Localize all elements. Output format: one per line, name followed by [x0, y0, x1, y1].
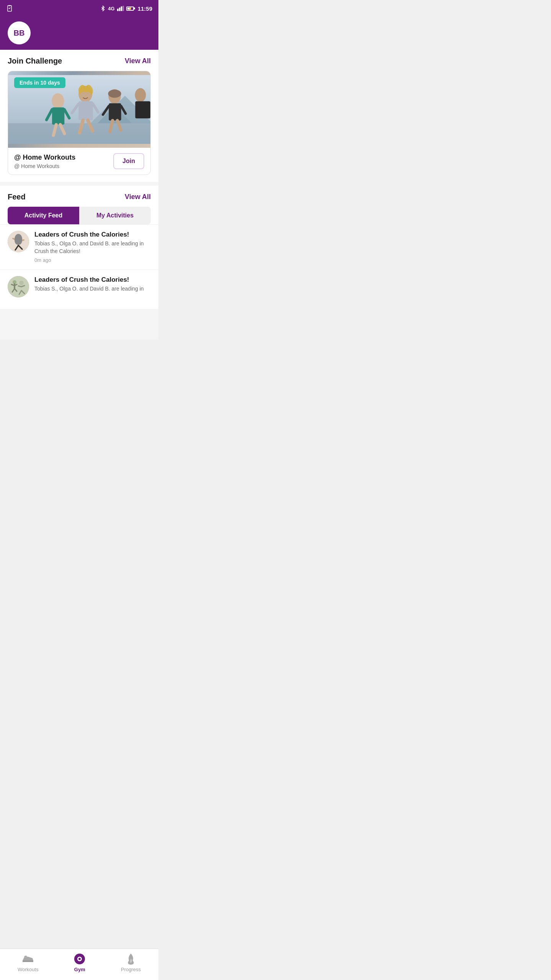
join-challenge-section: Join Challenge View All: [0, 50, 158, 182]
feed-item: Leaders of Crush the Calories! Tobias S.…: [0, 224, 158, 270]
feed-title: Feed: [8, 193, 26, 201]
signal-indicator: 4G: [108, 6, 114, 11]
bluetooth-icon: [100, 5, 106, 12]
feed-item-time-1: 0m ago: [34, 257, 51, 263]
svg-point-30: [108, 90, 121, 98]
feed-content-1: Leaders of Crush the Calories! Tobias S.…: [34, 231, 151, 263]
feed-item-2: Leaders of Crush the Calories! Tobias S.…: [0, 270, 158, 309]
svg-rect-1: [8, 5, 11, 6]
status-time: 11:59: [138, 5, 152, 12]
status-bar-left: [6, 5, 13, 12]
svg-rect-4: [121, 7, 122, 11]
challenge-info: @ Home Workouts @ Home Workouts: [14, 154, 75, 169]
feed-avatar-1: [8, 231, 29, 252]
feed-avatar-2: [8, 276, 29, 297]
feed-section: Feed View All Activity Feed My Activitie…: [0, 186, 158, 224]
svg-rect-3: [119, 8, 121, 11]
feed-content-2: Leaders of Crush the Calories! Tobias S.…: [34, 276, 144, 294]
ends-badge: Ends in 10 days: [14, 77, 65, 88]
clipboard-icon: [6, 5, 13, 12]
challenge-image: Ends in 10 days: [8, 71, 150, 148]
svg-point-10: [52, 93, 64, 109]
feed-item-desc-1: Tobias S., Olga O. and David B. are lead…: [34, 240, 151, 255]
svg-rect-2: [117, 9, 119, 11]
feed-item-desc-2: Tobias S., Olga O. and David B. are lead…: [34, 285, 144, 293]
svg-point-31: [8, 231, 29, 252]
status-bar: 4G ⚡ 11:59: [0, 0, 158, 17]
feed-tabs: Activity Feed My Activities: [8, 207, 151, 224]
svg-point-28: [135, 88, 146, 102]
battery-icon: ⚡: [126, 7, 134, 11]
join-challenge-view-all[interactable]: View All: [125, 57, 151, 65]
svg-rect-17: [78, 101, 93, 120]
avatar-yoga-icon: [8, 231, 29, 252]
status-bar-right: 4G ⚡ 11:59: [100, 5, 152, 12]
svg-rect-11: [52, 108, 64, 125]
signal-bars-icon: [117, 6, 124, 11]
svg-point-32: [16, 234, 21, 240]
join-button[interactable]: Join: [113, 153, 144, 169]
feed-view-all[interactable]: View All: [125, 193, 151, 201]
challenge-card: Ends in 10 days @ Home Workouts @ Home W…: [8, 71, 151, 175]
svg-point-40: [8, 276, 29, 297]
feed-header: Feed View All: [8, 193, 151, 201]
join-challenge-header: Join Challenge View All: [8, 57, 151, 65]
main-content: Join Challenge View All: [0, 50, 158, 340]
user-avatar[interactable]: BB: [8, 21, 31, 44]
challenge-title: @ Home Workouts: [14, 154, 75, 162]
svg-rect-29: [135, 101, 150, 118]
header: BB: [0, 17, 158, 54]
avatar-runners-icon: [8, 276, 29, 297]
feed-item-title-1: Leaders of Crush the Calories!: [34, 231, 151, 238]
feed-list: Leaders of Crush the Calories! Tobias S.…: [0, 224, 158, 309]
feed-item-title-2: Leaders of Crush the Calories!: [34, 276, 144, 284]
tab-my-activities[interactable]: My Activities: [79, 207, 151, 224]
svg-point-47: [19, 281, 24, 285]
challenge-subtitle: @ Home Workouts: [14, 163, 75, 169]
svg-rect-5: [122, 6, 124, 11]
challenge-body: @ Home Workouts @ Home Workouts Join: [8, 148, 150, 175]
svg-rect-23: [109, 103, 121, 121]
join-challenge-title: Join Challenge: [8, 57, 62, 65]
tab-activity-feed[interactable]: Activity Feed: [8, 207, 79, 224]
